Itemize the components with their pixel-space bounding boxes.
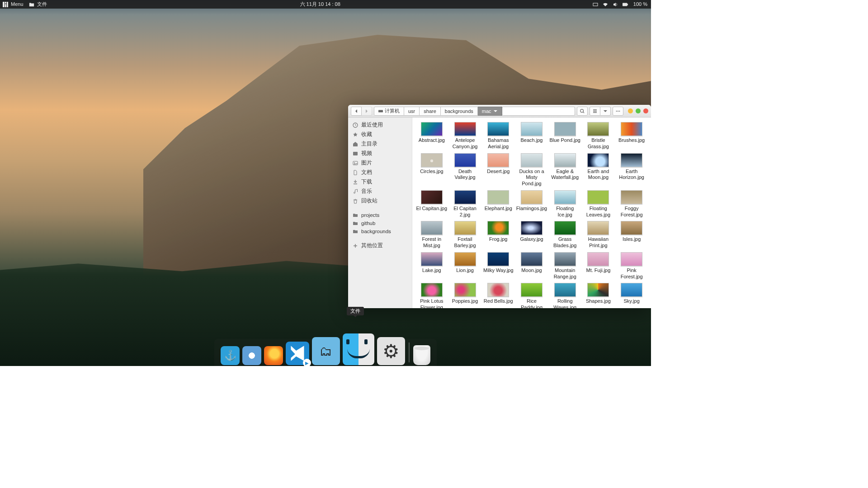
active-app-indicator[interactable]: 文件 (29, 0, 48, 9)
file-item[interactable]: Galaxy.jpg (515, 221, 548, 250)
sidebar-item-trash[interactable]: 回收站 (348, 196, 412, 206)
file-item[interactable]: Lake.jpg (415, 252, 448, 282)
sidebar-item-backgrounds[interactable]: backgrounds (348, 227, 412, 235)
file-item[interactable]: Shapes.jpg (582, 283, 615, 308)
file-item[interactable]: Beach.jpg (515, 122, 548, 151)
file-item[interactable]: Sky.jpg (615, 283, 648, 308)
file-item[interactable]: Hawaiian Print.jpg (582, 221, 615, 250)
clock[interactable]: 六 11月 10 14 : 08 (48, 0, 593, 9)
window-maximize-button[interactable] (636, 108, 641, 113)
sidebar-item-favorites[interactable]: 收藏 (348, 130, 412, 139)
tray-battery-icon[interactable] (623, 2, 628, 7)
file-item[interactable]: El Capitan 2.jpg (448, 190, 482, 220)
battery-percent: 100 % (632, 0, 648, 9)
file-item[interactable]: Abstract.jpg (415, 122, 448, 151)
dock-app-file-manager[interactable] (312, 337, 340, 365)
file-item[interactable]: Blue Pond.jpg (548, 122, 582, 151)
file-item[interactable]: Eagle & Waterfall.jpg (548, 153, 582, 188)
sidebar-item-other-locations[interactable]: 其他位置 (348, 241, 412, 250)
file-item[interactable]: Milky Way.jpg (481, 252, 515, 282)
file-label: Antelope Canyon.jpg (449, 137, 481, 150)
file-manager-sidebar: 最近使用 收藏 主目录 视频 图片 文档 下载 音乐 回收站 projects … (348, 117, 412, 308)
breadcrumb-mac[interactable]: mac (478, 107, 502, 116)
sidebar-item-label: 最近使用 (361, 122, 383, 128)
file-label: Shapes.jpg (586, 298, 611, 305)
breadcrumb-share[interactable]: share (420, 107, 441, 116)
sidebar-item-documents[interactable]: 文档 (348, 168, 412, 177)
file-item[interactable]: Circles.jpg (415, 153, 448, 188)
file-item[interactable]: Flamingos.jpg (515, 190, 548, 220)
file-item[interactable]: Mountain Range.jpg (548, 252, 582, 282)
sidebar-item-projects[interactable]: projects (348, 211, 412, 219)
file-label: Eagle & Waterfall.jpg (549, 169, 581, 181)
file-item[interactable]: Elephant.jpg (481, 190, 515, 220)
nav-forward-button[interactable] (362, 107, 372, 116)
file-item[interactable]: El Capitan.jpg (415, 190, 448, 220)
sidebar-item-pictures[interactable]: 图片 (348, 158, 412, 168)
dock-app-chromium[interactable] (242, 346, 261, 365)
tray-wifi-icon[interactable] (603, 2, 608, 7)
sidebar-item-home[interactable]: 主目录 (348, 139, 412, 149)
file-item[interactable]: Red Bells.jpg (481, 283, 515, 308)
sidebar-item-videos[interactable]: 视频 (348, 149, 412, 158)
breadcrumb-usr[interactable]: usr (404, 107, 420, 116)
dock-app-anchor[interactable] (221, 346, 240, 365)
file-item[interactable]: Forest in Mist.jpg (415, 221, 448, 250)
sidebar-item-recent[interactable]: 最近使用 (348, 120, 412, 130)
dock-app-settings[interactable] (377, 337, 405, 365)
file-item[interactable]: Poppies.jpg (448, 283, 482, 308)
dock-app-finder[interactable] (343, 333, 374, 365)
file-item[interactable]: Death Valley.jpg (448, 153, 482, 188)
breadcrumb-backgrounds[interactable]: backgrounds (441, 107, 478, 116)
file-item[interactable]: Floating Ice.jpg (548, 190, 582, 220)
dock-app-vscode[interactable] (286, 342, 309, 365)
file-item[interactable]: Grass Blades.jpg (548, 221, 582, 250)
menu-button[interactable]: Menu (3, 0, 24, 9)
nav-back-button[interactable] (351, 107, 362, 116)
file-item[interactable]: Earth Horizon.jpg (615, 153, 648, 188)
file-item[interactable]: Foggy Forest.jpg (615, 190, 648, 220)
file-item[interactable]: Moon.jpg (515, 252, 548, 282)
sidebar-item-label: 文档 (361, 169, 372, 176)
file-item[interactable]: Foxtail Barley.jpg (448, 221, 482, 250)
drive-icon (378, 109, 383, 113)
dock-trash[interactable] (413, 345, 430, 365)
file-item[interactable]: Pink Forest.jpg (615, 252, 648, 282)
file-item[interactable]: Earth and Moon.jpg (582, 153, 615, 188)
file-item[interactable]: Pink Lotus Flower.jpg (415, 283, 448, 308)
view-dropdown-button[interactable] (600, 107, 611, 116)
file-item[interactable]: Floating Leaves.jpg (582, 190, 615, 220)
view-list-button[interactable] (590, 107, 600, 116)
file-item[interactable]: Antelope Canyon.jpg (448, 122, 482, 151)
video-icon (353, 151, 358, 156)
file-item[interactable]: Lion.jpg (448, 252, 482, 282)
file-thumbnail (421, 283, 443, 297)
image-icon (353, 160, 358, 166)
dock-app-firefox[interactable] (264, 346, 283, 365)
file-item[interactable]: Bahamas Aerial.jpg (481, 122, 515, 151)
sidebar-item-downloads[interactable]: 下载 (348, 177, 412, 187)
breadcrumb-computer[interactable]: 计算机 (374, 107, 404, 116)
sidebar-item-music[interactable]: 音乐 (348, 187, 412, 196)
file-thumbnail (587, 122, 609, 136)
file-label: Poppies.jpg (452, 298, 478, 305)
tray-keyboard-icon[interactable] (593, 2, 598, 7)
hamburger-menu-button[interactable] (613, 107, 623, 116)
file-item[interactable]: Isles.jpg (615, 221, 648, 250)
file-item[interactable]: Bristle Grass.jpg (582, 122, 615, 151)
pathbar-remainder[interactable] (502, 107, 575, 116)
file-grid-view[interactable]: Abstract.jpgAntelope Canyon.jpgBahamas A… (412, 117, 651, 308)
file-item[interactable]: Rice Paddy.jpg (515, 283, 548, 308)
file-item[interactable]: Desert.jpg (481, 153, 515, 188)
search-button[interactable] (577, 107, 588, 116)
window-minimize-button[interactable] (628, 108, 633, 113)
tray-volume-icon[interactable] (613, 2, 618, 7)
svg-point-8 (580, 109, 584, 112)
window-close-button[interactable] (643, 108, 648, 113)
file-item[interactable]: Mt. Fuji.jpg (582, 252, 615, 282)
file-item[interactable]: Ducks on a Misty Pond.jpg (515, 153, 548, 188)
file-item[interactable]: Rolling Waves.jpg (548, 283, 582, 308)
file-item[interactable]: Frog.jpg (481, 221, 515, 250)
file-item[interactable]: Brushes.jpg (615, 122, 648, 151)
sidebar-item-github[interactable]: github (348, 219, 412, 227)
